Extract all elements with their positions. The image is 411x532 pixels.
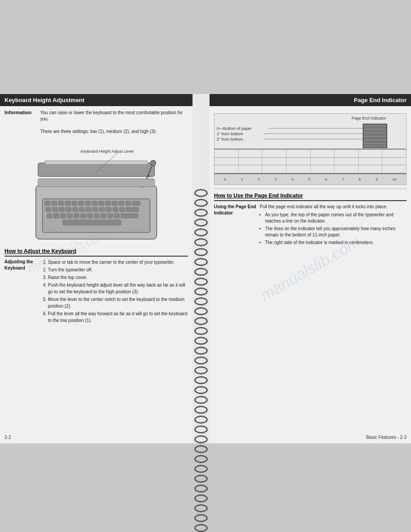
bullet-list: As you type, the top of the paper comes … bbox=[260, 212, 407, 246]
step-5: Move the lever to the center notch to se… bbox=[48, 296, 188, 309]
right-page: Page End Indicator Page End Indicator 0—… bbox=[210, 94, 411, 443]
left-page: Keyboard Height Adjustment Information Y… bbox=[0, 94, 193, 443]
svg-rect-37 bbox=[101, 214, 106, 218]
how-to-section: How to Use the Page End Indicator Using … bbox=[214, 193, 407, 247]
bullet-3: The right side of the indicator is marke… bbox=[265, 240, 407, 246]
spiral-ring bbox=[194, 278, 208, 286]
right-header-title: Page End Indicator bbox=[354, 97, 407, 103]
spiral-ring bbox=[194, 386, 208, 394]
spiral-ring bbox=[194, 258, 208, 266]
spiral-ring bbox=[194, 238, 208, 246]
step-2: Turn the typewriter off. bbox=[48, 266, 188, 273]
spiral-ring bbox=[194, 327, 208, 335]
how-to-header: How to Use the Page End Indicator bbox=[214, 193, 407, 201]
spiral-ring bbox=[194, 396, 208, 404]
svg-rect-5 bbox=[65, 201, 70, 206]
indicator-label-text: Page End Indicator bbox=[351, 116, 386, 120]
spiral-ring bbox=[194, 297, 208, 305]
svg-rect-16 bbox=[46, 207, 51, 212]
left-header-title: Keyboard Height Adjustment bbox=[4, 97, 85, 103]
svg-rect-38 bbox=[107, 214, 113, 218]
svg-text:3: 3 bbox=[147, 174, 150, 178]
svg-rect-8 bbox=[85, 201, 90, 206]
adjust-section: How to Adjust the Keyboard Adjusting the… bbox=[4, 248, 188, 325]
left-page-content: Information You can raise or lower the k… bbox=[0, 106, 193, 328]
svg-rect-13 bbox=[119, 201, 124, 206]
spiral-ring bbox=[194, 337, 208, 345]
svg-rect-31 bbox=[60, 214, 66, 218]
spiral-ring bbox=[194, 317, 208, 325]
spiral-ring bbox=[194, 268, 208, 276]
spiral-ring bbox=[194, 445, 208, 453]
using-text: Pull the page end indicator all the way … bbox=[260, 204, 407, 247]
svg-rect-17 bbox=[52, 207, 58, 212]
step-4: Push the keyboard height adjust lever al… bbox=[48, 282, 188, 295]
info-text-block: You can raise or lower the keyboard to t… bbox=[40, 110, 188, 135]
bullet-2: The lines on the indicator tell you appr… bbox=[265, 226, 407, 238]
svg-rect-14 bbox=[125, 201, 131, 206]
svg-rect-40 bbox=[121, 214, 138, 218]
right-page-number: Basic Features - 2-3 bbox=[366, 435, 407, 440]
svg-rect-26 bbox=[113, 207, 118, 212]
typewriter-illustration-area: 1 2 3 Keyboard Height Adjust Lever bbox=[4, 138, 188, 246]
adjust-header: How to Adjust the Keyboard bbox=[4, 248, 188, 257]
svg-rect-19 bbox=[66, 207, 71, 212]
svg-rect-29 bbox=[47, 214, 52, 218]
using-intro: Pull the page end indicator all the way … bbox=[260, 204, 387, 209]
svg-rect-3 bbox=[51, 201, 57, 206]
spiral-ring bbox=[194, 189, 208, 197]
bullet-1: As you type, the top of the paper comes … bbox=[265, 212, 407, 224]
svg-rect-41 bbox=[63, 220, 121, 225]
page-end-diagram: Page End Indicator 0—Bottom of paper 1" … bbox=[214, 113, 407, 185]
svg-rect-32 bbox=[67, 214, 73, 218]
svg-rect-15 bbox=[132, 201, 140, 206]
info-text-2: There are three settings: low (1), mediu… bbox=[40, 129, 188, 135]
svg-rect-42 bbox=[38, 163, 154, 176]
svg-rect-10 bbox=[98, 201, 104, 206]
spiral-ring bbox=[194, 307, 208, 315]
divider bbox=[214, 189, 407, 189]
adjusting-steps: Space or tab to move the carrier to the … bbox=[42, 259, 188, 325]
svg-rect-23 bbox=[93, 207, 98, 212]
svg-rect-20 bbox=[73, 207, 78, 212]
svg-rect-30 bbox=[54, 214, 59, 218]
two-inch-label: 2" from bottom bbox=[217, 137, 243, 142]
svg-rect-21 bbox=[79, 207, 85, 212]
adjusting-row: Adjusting theKeyboard Space or tab to mo… bbox=[4, 259, 188, 325]
spiral-ring bbox=[194, 514, 208, 522]
spiral-ring bbox=[194, 465, 208, 473]
right-section-header: Page End Indicator bbox=[210, 94, 411, 106]
spiral-ring bbox=[194, 494, 208, 502]
using-row: Using the Page EndIndicator Pull the pag… bbox=[214, 204, 407, 247]
info-text-1: You can raise or lower the keyboard to t… bbox=[40, 110, 188, 122]
left-page-number: 2-2 bbox=[4, 435, 11, 440]
svg-rect-43 bbox=[45, 161, 148, 164]
svg-rect-36 bbox=[94, 214, 99, 218]
bottom-of-paper-label: 0—Bottom of paper bbox=[217, 126, 252, 131]
svg-rect-27 bbox=[120, 207, 125, 212]
spiral-ring bbox=[194, 455, 208, 463]
info-section: Information You can raise or lower the k… bbox=[4, 110, 188, 135]
step-1: Space or tab to move the carrier to the … bbox=[48, 259, 188, 266]
svg-rect-28 bbox=[126, 207, 139, 212]
svg-rect-34 bbox=[81, 214, 86, 218]
svg-rect-39 bbox=[114, 214, 120, 218]
spiral-ring bbox=[194, 504, 208, 512]
svg-rect-2 bbox=[45, 201, 50, 206]
svg-rect-6 bbox=[72, 201, 77, 206]
right-page-content: Page End Indicator 0—Bottom of paper 1" … bbox=[210, 106, 411, 251]
spiral-ring bbox=[194, 425, 208, 433]
spiral-ring bbox=[194, 287, 208, 296]
svg-rect-22 bbox=[86, 207, 91, 212]
svg-rect-4 bbox=[58, 201, 64, 206]
adjusting-label: Adjusting theKeyboard bbox=[4, 259, 38, 325]
svg-rect-25 bbox=[106, 207, 111, 212]
svg-rect-18 bbox=[59, 207, 64, 212]
spiral-binding bbox=[193, 188, 210, 532]
step-6: Pull the lever all the way forward as fa… bbox=[48, 310, 188, 324]
svg-rect-11 bbox=[105, 201, 111, 206]
svg-text:Keyboard Height Adjust Lever: Keyboard Height Adjust Lever bbox=[81, 149, 134, 154]
one-inch-label: 1" from bottom bbox=[217, 132, 243, 136]
indicator-box bbox=[363, 124, 387, 148]
info-label: Information bbox=[4, 110, 36, 135]
